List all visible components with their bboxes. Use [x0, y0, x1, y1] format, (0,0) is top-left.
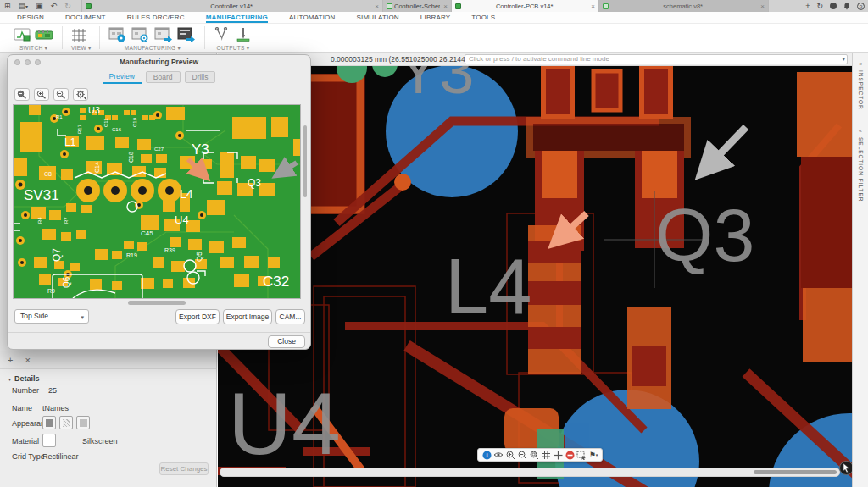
outputs-drill-icon[interactable]: [235, 27, 252, 42]
save-icon[interactable]: ▣: [36, 2, 43, 10]
menu-library[interactable]: LIBRARY: [420, 12, 451, 23]
switch-schematic-icon[interactable]: [14, 28, 31, 42]
preview-settings-button[interactable]: [73, 88, 88, 101]
zoom-out-icon[interactable]: [517, 450, 527, 460]
zoom-out-button[interactable]: [53, 88, 69, 101]
board-side-select[interactable]: Top Side ▾: [14, 309, 89, 324]
svg-text:Q3: Q3: [655, 193, 754, 277]
preview-horizontal-scrollbar[interactable]: [128, 301, 186, 305]
switch-board-icon[interactable]: [35, 28, 53, 42]
new-tab-icon[interactable]: +: [805, 2, 810, 10]
apps-grid-icon[interactable]: ⊞: [4, 2, 11, 10]
disable-icon[interactable]: [565, 450, 575, 460]
flag-marker-icon[interactable]: ⚑▾: [588, 450, 598, 460]
dialog-title: Manufacturing Preview: [8, 55, 310, 69]
menu-tools[interactable]: TOOLS: [471, 12, 495, 23]
ribbon-group-label[interactable]: MANUFACTURING ▾: [108, 45, 196, 52]
command-line-input[interactable]: Click or press / to activate command lin…: [465, 54, 848, 64]
grid-toggle-icon[interactable]: [541, 450, 551, 460]
preview-vertical-scrollbar[interactable]: [303, 125, 307, 197]
close-icon[interactable]: ×: [440, 3, 451, 10]
mfg-preview-icon[interactable]: [108, 27, 127, 42]
account-avatar[interactable]: [830, 3, 837, 9]
view-grid-icon[interactable]: [71, 28, 86, 42]
tab-board[interactable]: Board: [146, 71, 181, 83]
visibility-eye-icon[interactable]: [493, 450, 504, 460]
scrollbar-handle[interactable]: [754, 470, 837, 474]
dialog-titlebar[interactable]: Manufacturing Preview: [8, 55, 310, 69]
notifications-bell-icon[interactable]: [843, 3, 850, 10]
board-preview-image[interactable]: U3R1R17C11C16C19L1C27Y3C18C14C8Q3L4SV31R…: [13, 104, 301, 299]
add-icon[interactable]: +: [8, 356, 13, 365]
doc-tab-schematic[interactable]: schematic v8* ×: [598, 0, 769, 12]
svg-text:L1: L1: [64, 136, 76, 148]
tab-preview[interactable]: Preview: [103, 71, 142, 84]
ribbon-group-label[interactable]: VIEW ▾: [71, 45, 91, 52]
caret-down-icon[interactable]: ▾: [842, 55, 845, 64]
cam-button[interactable]: CAM...: [275, 309, 305, 324]
crosshair-icon[interactable]: [553, 450, 563, 460]
close-icon[interactable]: ×: [371, 3, 382, 10]
bottom-component[interactable]: [627, 307, 671, 409]
maximize-window-icon[interactable]: [35, 59, 41, 65]
menu-automation[interactable]: AUTOMATION: [289, 12, 336, 23]
selection-filter-tab[interactable]: « SELECTION FILTER: [853, 128, 868, 202]
svg-text:C8: C8: [44, 171, 52, 177]
mfg-cam-icon[interactable]: [131, 27, 150, 42]
file-new-icon[interactable]: ▤▾: [19, 2, 29, 11]
menu-rules-drc-erc[interactable]: RULES DRC/ERC: [127, 12, 185, 23]
via-small[interactable]: [394, 174, 411, 191]
doc-tab-label: Controller v14*: [92, 3, 371, 10]
zoom-fit-icon[interactable]: [529, 450, 539, 460]
details-section-header[interactable]: ▾Details: [8, 374, 40, 383]
doc-tab-controller[interactable]: Controller v14* ×: [81, 0, 383, 12]
titlebar: ⊞ ▤▾ ▣ ↶ ↻ Controller v14* × Controller-…: [0, 0, 868, 13]
zoom-in-button[interactable]: [34, 88, 49, 101]
info-icon[interactable]: i: [481, 450, 492, 460]
grid-type-label: Grid Type: [12, 452, 45, 461]
svg-text:Q7: Q7: [51, 248, 63, 262]
doc-tab-controller-pcb-active[interactable]: Controller-PCB v14* ×: [451, 0, 599, 13]
ribbon-group-label[interactable]: SWITCH ▾: [14, 45, 53, 52]
mfg-gerber-icon[interactable]: [177, 27, 196, 42]
green-pad[interactable]: [372, 66, 398, 77]
reset-changes-button[interactable]: Reset Changes: [159, 462, 209, 475]
appearance-hatch-swatch[interactable]: [59, 416, 73, 429]
appearance-solid-swatch[interactable]: [42, 416, 56, 429]
close-icon[interactable]: ×: [757, 3, 768, 10]
pointer-icon: [840, 462, 852, 474]
select-area-icon[interactable]: [576, 450, 587, 460]
delete-icon[interactable]: ×: [25, 356, 30, 365]
close-button[interactable]: Close: [268, 335, 305, 348]
menu-document[interactable]: DOCUMENT: [65, 12, 106, 23]
zoom-in-icon[interactable]: [505, 450, 515, 460]
menu-design[interactable]: DESIGN: [17, 12, 44, 23]
zoom-select-button[interactable]: [14, 88, 30, 101]
menu-manufacturing[interactable]: MANUFACTURING: [206, 12, 268, 23]
canvas-horizontal-scrollbar[interactable]: [220, 468, 840, 477]
material-color-swatch[interactable]: [42, 434, 56, 447]
outputs-probe-icon[interactable]: [214, 27, 231, 42]
export-dxf-button[interactable]: Export DXF: [175, 309, 220, 324]
redo-icon[interactable]: ↻: [64, 2, 71, 10]
close-icon[interactable]: ×: [587, 3, 598, 10]
tab-drills[interactable]: Drills: [185, 71, 216, 83]
appearance-light-swatch[interactable]: [76, 416, 90, 429]
ribbon-toolbar: SWITCH ▾ VIEW ▾ MANUFACTURING ▾: [0, 24, 868, 53]
sync-icon[interactable]: ↻: [816, 2, 823, 10]
help-icon[interactable]: ?: [857, 3, 865, 10]
minimize-window-icon[interactable]: [25, 59, 31, 65]
close-window-icon[interactable]: [14, 59, 20, 65]
dialog-divider: [8, 332, 310, 333]
menu-simulation[interactable]: SIMULATION: [357, 12, 399, 23]
doc-tab-controller-schematic[interactable]: Controller-Schematic v8 ×: [382, 0, 452, 12]
export-image-button[interactable]: Export Image: [223, 309, 272, 324]
pcb-canvas[interactable]: Y3Q3L4U4 i ⚑▾: [218, 66, 852, 487]
right-edge-pads[interactable]: [797, 72, 852, 362]
ribbon-group-label[interactable]: OUTPUTS ▾: [214, 45, 252, 52]
material-value: Silkscreen: [82, 437, 118, 445]
undo-icon[interactable]: ↶: [51, 2, 58, 10]
mfg-export-icon[interactable]: [154, 27, 173, 42]
component-l4[interactable]: [528, 225, 581, 374]
inspector-tab[interactable]: « INSPECTOR: [853, 61, 868, 110]
